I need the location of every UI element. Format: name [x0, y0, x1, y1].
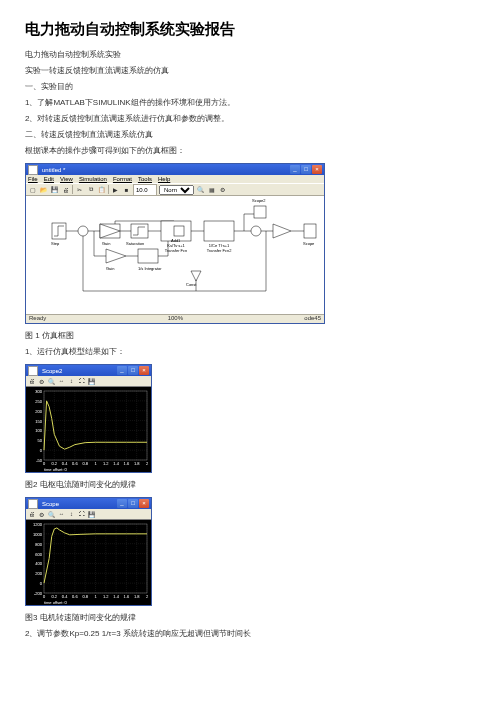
menu-view[interactable]: View	[60, 176, 73, 182]
app-icon	[28, 165, 38, 175]
svg-text:-200: -200	[34, 591, 43, 596]
simulink-canvas[interactable]: Step Gain Saturation Ks/Ts·s+1 Transfer …	[26, 196, 324, 314]
block-diagram	[26, 196, 324, 314]
block-label: Saturation	[126, 241, 144, 246]
maximize-button[interactable]: □	[128, 499, 138, 508]
page-title: 电力拖动自动控制系统实验报告	[25, 20, 479, 39]
close-button[interactable]: ×	[312, 165, 322, 174]
window-title: Scope2	[42, 368, 62, 374]
menubar: File Edit View Simulation Format Tools H…	[26, 175, 324, 183]
step-text: 1、运行仿真模型结果如下：	[25, 346, 479, 358]
svg-text:1.4: 1.4	[113, 461, 119, 466]
svg-text:1000: 1000	[33, 532, 43, 537]
svg-text:250: 250	[35, 399, 42, 404]
print-icon[interactable]: 🖨	[61, 185, 70, 194]
play-icon[interactable]: ▶	[111, 185, 120, 194]
svg-text:800: 800	[35, 542, 42, 547]
stop-icon[interactable]: ■	[122, 185, 131, 194]
zoomx-icon[interactable]: ↔	[57, 377, 66, 386]
print-icon[interactable]: 🖨	[27, 510, 36, 519]
params-icon[interactable]: ⚙	[37, 510, 46, 519]
menu-help[interactable]: Help	[158, 176, 170, 182]
svg-text:300: 300	[35, 389, 42, 394]
svg-text:0.4: 0.4	[62, 594, 68, 599]
svg-text:0: 0	[43, 461, 46, 466]
minimize-button[interactable]: _	[117, 499, 127, 508]
menu-edit[interactable]: Edit	[44, 176, 54, 182]
section-title: 二、转速反馈控制直流调速系统仿真	[25, 129, 479, 141]
svg-rect-4	[131, 224, 148, 238]
zoom-icon[interactable]: 🔍	[47, 377, 56, 386]
svg-marker-11	[106, 249, 126, 263]
titlebar: Scope _ □ ×	[26, 498, 151, 509]
lib-icon[interactable]: ▦	[207, 185, 216, 194]
new-icon[interactable]: ▢	[28, 185, 37, 194]
svg-text:150: 150	[35, 419, 42, 424]
list-item: 2、对转速反馈控制直流调速系统进行仿真和参数的调整。	[25, 113, 479, 125]
config-icon[interactable]: ⚙	[218, 185, 227, 194]
svg-text:1.2: 1.2	[103, 594, 109, 599]
maximize-button[interactable]: □	[301, 165, 311, 174]
svg-marker-8	[273, 224, 291, 238]
save-icon[interactable]: 💾	[87, 377, 96, 386]
status-zoom: 100%	[168, 315, 183, 323]
close-button[interactable]: ×	[139, 499, 149, 508]
minimize-button[interactable]: _	[290, 165, 300, 174]
scope-plot-2: -20002004006008001000120000.20.40.60.811…	[26, 519, 151, 605]
block-label: Step	[51, 241, 59, 246]
statusbar: Ready 100% ode45	[26, 314, 324, 323]
copy-icon[interactable]: ⧉	[86, 185, 95, 194]
sim-time-input[interactable]	[133, 184, 157, 196]
svg-text:0.6: 0.6	[72, 594, 78, 599]
paste-icon[interactable]: 📋	[97, 185, 106, 194]
close-button[interactable]: ×	[139, 366, 149, 375]
svg-text:1: 1	[94, 461, 97, 466]
svg-rect-6	[204, 221, 234, 241]
intro-line: 实验一转速反馈控制直流调速系统的仿真	[25, 65, 479, 77]
svg-text:2: 2	[146, 461, 149, 466]
svg-text:1.8: 1.8	[134, 461, 140, 466]
app-icon	[28, 499, 38, 509]
save-icon[interactable]: 💾	[50, 185, 59, 194]
menu-simulation[interactable]: Simulation	[79, 176, 107, 182]
svg-text:400: 400	[35, 561, 42, 566]
svg-text:-50: -50	[36, 458, 43, 463]
menu-file[interactable]: File	[28, 176, 38, 182]
menu-tools[interactable]: Tools	[138, 176, 152, 182]
zoom-icon[interactable]: 🔍	[47, 510, 56, 519]
figure-caption: 图 1 仿真框图	[25, 330, 479, 342]
scope-window: Scope2 _ □ × 🖨 ⚙ 🔍 ↔ ↕ ⛶ 💾 -500501001502…	[25, 364, 152, 473]
menu-format[interactable]: Format	[113, 176, 132, 182]
zoomy-icon[interactable]: ↕	[67, 377, 76, 386]
zoom-icon[interactable]: 🔍	[196, 185, 205, 194]
open-icon[interactable]: 📂	[39, 185, 48, 194]
svg-rect-10	[254, 206, 266, 218]
save-icon[interactable]: 💾	[87, 510, 96, 519]
list-item: 1、了解MATLAB下SIMULINK组件的操作环境和使用方法。	[25, 97, 479, 109]
cut-icon[interactable]: ✂	[75, 185, 84, 194]
svg-point-7	[251, 226, 261, 236]
svg-rect-12	[138, 249, 158, 263]
simulink-window: untitled * _ □ × File Edit View Simulati…	[25, 163, 325, 324]
intro-line: 电力拖动自动控制系统实验	[25, 49, 479, 61]
svg-text:1.8: 1.8	[134, 594, 140, 599]
params-icon[interactable]: ⚙	[37, 377, 46, 386]
zoomy-icon[interactable]: ↕	[67, 510, 76, 519]
toolbar: ▢ 📂 💾 🖨 ✂ ⧉ 📋 ▶ ■ Normal 🔍 ▦ ⚙	[26, 183, 324, 196]
print-icon[interactable]: 🖨	[27, 377, 36, 386]
solver-select[interactable]: Normal	[159, 185, 194, 195]
svg-text:0.8: 0.8	[82, 594, 88, 599]
autoscale-icon[interactable]: ⛶	[77, 510, 86, 519]
maximize-button[interactable]: □	[128, 366, 138, 375]
svg-text:1.4: 1.4	[113, 594, 119, 599]
minimize-button[interactable]: _	[117, 366, 127, 375]
svg-text:0: 0	[40, 448, 43, 453]
status-ready: Ready	[29, 315, 46, 323]
block-label: Scope2	[252, 198, 266, 203]
autoscale-icon[interactable]: ⛶	[77, 377, 86, 386]
svg-text:0.8: 0.8	[82, 461, 88, 466]
scope-window: Scope _ □ × 🖨 ⚙ 🔍 ↔ ↕ ⛶ 💾 -2000200400600…	[25, 497, 152, 606]
block-label: Ks/Ts·s+1 Transfer Fcn	[160, 243, 192, 253]
block-label: Const	[186, 282, 196, 287]
zoomx-icon[interactable]: ↔	[57, 510, 66, 519]
